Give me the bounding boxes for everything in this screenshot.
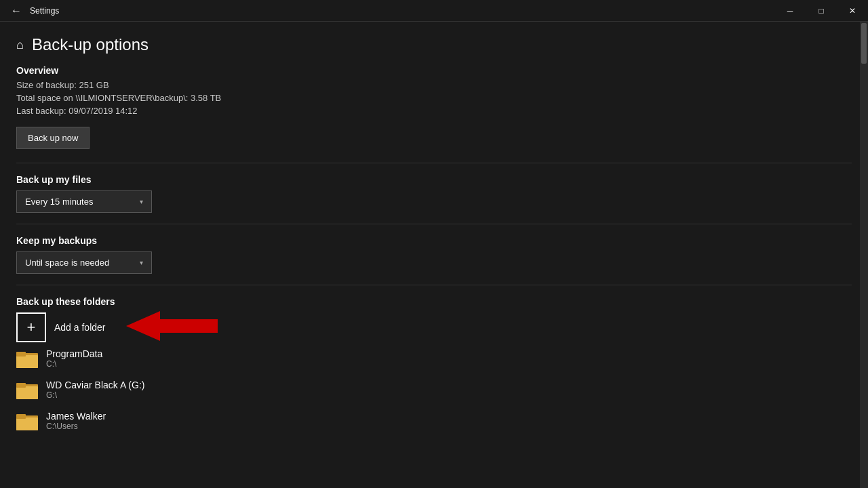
title-bar-back-button[interactable]: ← bbox=[8, 3, 24, 19]
overview-section-title: Overview bbox=[16, 65, 852, 76]
folder-path-james: C:\Users bbox=[46, 422, 106, 431]
folder-path-programdata: C:\ bbox=[46, 359, 102, 369]
add-folder-row[interactable]: + Add a folder bbox=[16, 311, 852, 343]
folder-icon-james bbox=[16, 411, 38, 430]
svg-rect-2 bbox=[16, 355, 38, 368]
folder-item-programdata[interactable]: ProgramData C:\ bbox=[16, 343, 852, 374]
add-folder-button[interactable]: + bbox=[16, 312, 46, 342]
folder-name-james: James Walker bbox=[46, 411, 106, 422]
svg-rect-6 bbox=[16, 383, 26, 388]
folder-icon-programdata bbox=[16, 349, 38, 368]
minimize-button[interactable]: ─ bbox=[774, 0, 806, 22]
back-up-now-button[interactable]: Back up now bbox=[16, 127, 90, 149]
scrollbar-thumb[interactable] bbox=[861, 23, 867, 64]
svg-marker-0 bbox=[126, 311, 218, 341]
back-up-my-files-label: Back up my files bbox=[16, 174, 852, 185]
home-icon[interactable]: ⌂ bbox=[16, 38, 24, 52]
folder-icon-wd bbox=[16, 380, 38, 399]
add-folder-label: Add a folder bbox=[54, 322, 106, 333]
main-content: ⌂ Back-up options Overview Size of backu… bbox=[0, 22, 868, 488]
keep-backups-value: Until space is needed bbox=[25, 258, 109, 268]
svg-rect-3 bbox=[16, 352, 26, 357]
red-arrow-svg bbox=[126, 311, 218, 341]
back-up-my-files-section: Back up my files Every 15 minutes ▾ bbox=[16, 174, 852, 213]
last-backup: Last backup: 09/07/2019 14:12 bbox=[16, 106, 852, 116]
back-up-these-folders-section: Back up these folders + Add a folder bbox=[16, 296, 852, 436]
keep-my-backups-label: Keep my backups bbox=[16, 235, 852, 246]
folder-info-james: James Walker C:\Users bbox=[46, 411, 106, 431]
folder-info-programdata: ProgramData C:\ bbox=[46, 348, 102, 369]
back-up-frequency-arrow: ▾ bbox=[140, 198, 143, 205]
svg-rect-5 bbox=[16, 386, 38, 399]
keep-my-backups-section: Keep my backups Until space is needed ▾ bbox=[16, 235, 852, 274]
folders-section-title: Back up these folders bbox=[16, 296, 852, 307]
svg-rect-8 bbox=[16, 418, 38, 430]
folder-name-programdata: ProgramData bbox=[46, 348, 102, 359]
keep-backups-arrow: ▾ bbox=[140, 259, 143, 266]
svg-rect-9 bbox=[16, 414, 26, 419]
back-up-frequency-dropdown[interactable]: Every 15 minutes ▾ bbox=[16, 190, 152, 213]
folder-info-wd: WD Caviar Black A (G:) G:\ bbox=[46, 380, 144, 400]
folder-item-wd[interactable]: WD Caviar Black A (G:) G:\ bbox=[16, 374, 852, 405]
divider-2 bbox=[16, 224, 852, 224]
divider-1 bbox=[16, 163, 852, 163]
folder-name-wd: WD Caviar Black A (G:) bbox=[46, 380, 144, 390]
back-up-frequency-value: Every 15 minutes bbox=[25, 197, 93, 207]
size-of-backup: Size of backup: 251 GB bbox=[16, 80, 852, 90]
title-bar: ← Settings ─ □ ✕ bbox=[0, 0, 868, 22]
folder-path-wd: G:\ bbox=[46, 390, 144, 400]
divider-3 bbox=[16, 285, 852, 285]
page-header: ⌂ Back-up options bbox=[16, 22, 852, 65]
page-title: Back-up options bbox=[32, 35, 149, 54]
title-bar-title: Settings bbox=[30, 6, 59, 16]
add-folder-icon: + bbox=[27, 319, 36, 336]
window-controls: ─ □ ✕ bbox=[774, 0, 868, 22]
overview-section: Overview Size of backup: 251 GB Total sp… bbox=[16, 65, 852, 149]
scrollbar[interactable] bbox=[860, 22, 868, 488]
folder-item-james[interactable]: James Walker C:\Users bbox=[16, 405, 852, 436]
close-button[interactable]: ✕ bbox=[837, 0, 868, 22]
keep-backups-dropdown[interactable]: Until space is needed ▾ bbox=[16, 251, 152, 274]
total-space: Total space on \\ILMIONTSERVER\backup\: … bbox=[16, 93, 852, 103]
maximize-button[interactable]: □ bbox=[806, 0, 837, 22]
red-arrow-annotation bbox=[126, 311, 218, 343]
